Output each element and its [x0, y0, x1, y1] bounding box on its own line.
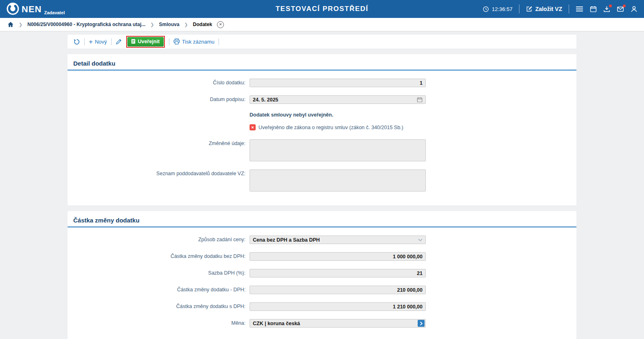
edit-record-button[interactable]	[116, 38, 122, 45]
form-row-castka-bez-dph: Částka změny dodatku bez DPH: 1 000 000,…	[68, 252, 576, 261]
breadcrumb-chevron-icon: ❯	[150, 22, 154, 27]
form-row-mena: Měna: CZK | koruna česká	[68, 319, 576, 328]
user-icon	[631, 6, 637, 13]
sazba-dph-field[interactable]: 21	[250, 269, 426, 277]
time-value: 12:36:57	[492, 6, 513, 12]
publish-icon	[131, 39, 136, 44]
logo-text: NEN	[22, 5, 42, 14]
castka-zmeny-form: Způsob zadání ceny: Cena bez DPH a Sazba…	[68, 227, 576, 339]
breadcrumb-chevron-icon: ❯	[184, 22, 188, 27]
edit-icon	[526, 6, 532, 12]
calendar-icon	[590, 6, 597, 13]
refresh-icon	[73, 38, 80, 45]
detail-dodatku-title: Detail dodatku	[68, 54, 576, 70]
plus-icon: +	[89, 38, 93, 45]
form-row-registr-smluv: ✕ Uveřejněno dle zákona o registru smluv…	[68, 124, 576, 130]
form-row-sazba-dph: Sazba DPH (%): 21	[68, 269, 576, 277]
form-row-seznam-poddodavatelu: Seznam poddodavatelů dodavatele VZ:	[68, 170, 576, 192]
hamburger-menu-icon	[576, 6, 583, 12]
castka-bez-dph-value: 1 000 000,00	[393, 254, 423, 260]
toolbar-separator	[219, 38, 219, 45]
breadcrumb-chevron-icon: ❯	[19, 22, 22, 27]
castka-dph-label: Částka změny dodatku - DPH:	[68, 286, 250, 294]
cislo-dodatku-field[interactable]: 1	[250, 79, 426, 87]
form-row-castka-dph: Částka změny dodatku - DPH: 210 000,00	[68, 286, 576, 294]
new-button[interactable]: + Nový	[89, 38, 107, 45]
sazba-dph-label: Sazba DPH (%):	[68, 269, 250, 277]
datum-podpisu-field[interactable]: 24. 5. 2025	[250, 95, 426, 104]
messages-button[interactable]	[617, 6, 624, 13]
arrow-right-icon	[420, 321, 423, 326]
publish-button-highlight: Uveřejnit	[126, 36, 165, 48]
mena-field[interactable]: CZK | koruna česká	[250, 319, 426, 328]
downloads-button[interactable]	[603, 6, 610, 13]
castka-s-dph-value: 1 210 000,00	[393, 304, 423, 310]
topbar-separator	[569, 4, 569, 13]
topbar-actions: 12:36:57 Založit VZ	[483, 4, 637, 13]
close-tab-icon[interactable]: ✕	[217, 21, 224, 28]
calendar-picker-icon[interactable]	[417, 97, 423, 103]
form-row-cislo-dodatku: Číslo dodatku: 1	[68, 79, 576, 87]
breadcrumb-item-smlouva[interactable]: Smlouva	[159, 22, 180, 27]
create-vz-button[interactable]: Založit VZ	[526, 6, 562, 12]
form-row-castka-s-dph: Částka změny dodatku s DPH: 1 210 000,00	[68, 302, 576, 311]
publish-button[interactable]: Uveřejnit	[127, 37, 164, 46]
main-content: + Nový Uveřejnit Tisk záznamu Detail dod…	[68, 35, 576, 339]
record-toolbar: + Nový Uveřejnit Tisk záznamu	[68, 35, 576, 48]
toolbar-separator	[84, 38, 85, 45]
zmenene-udaje-textarea[interactable]	[250, 139, 426, 161]
castka-dph-field[interactable]: 210 000,00	[250, 286, 426, 294]
nen-logo[interactable]: NEN Zadavatel	[7, 2, 65, 16]
publish-status-notice: Dodatek smlouvy nebyl uveřejněn.	[250, 112, 333, 118]
detail-dodatku-form: Číslo dodatku: 1 Datum podpisu: 24. 5. 2…	[68, 70, 576, 205]
castka-zmeny-panel: Částka změny dodatku Způsob zadání ceny:…	[68, 211, 576, 339]
castka-bez-dph-field[interactable]: 1 000 000,00	[250, 252, 426, 261]
toolbar-separator	[169, 38, 169, 45]
breadcrumb-item-procurement[interactable]: N006/25/V00004960 - Kryptografická ochra…	[27, 22, 145, 27]
seznam-poddodavatelu-textarea[interactable]	[250, 170, 426, 192]
print-button-label: Tisk záznamu	[182, 39, 215, 45]
create-vz-label: Založit VZ	[535, 6, 562, 12]
registr-smluv-checkbox[interactable]: ✕ Uveřejněno dle zákona o registru smluv…	[250, 124, 403, 130]
clock-icon	[483, 6, 489, 12]
mena-lookup-button[interactable]	[418, 320, 425, 327]
home-icon[interactable]	[7, 21, 14, 28]
castka-s-dph-field[interactable]: 1 210 000,00	[250, 302, 426, 311]
logo-subtitle: Zadavatel	[44, 10, 65, 15]
cislo-dodatku-label: Číslo dodatku:	[68, 79, 250, 87]
mena-label: Měna:	[68, 319, 250, 328]
notice-spacer	[68, 112, 250, 118]
castka-bez-dph-label: Částka změny dodatku bez DPH:	[68, 252, 250, 261]
nen-logo-icon	[7, 2, 19, 15]
history-refresh-button[interactable]	[73, 38, 80, 45]
user-profile-button[interactable]	[631, 6, 637, 13]
mena-value: CZK | koruna česká	[253, 321, 300, 326]
breadcrumb: ❯ N006/25/V00004960 - Kryptografická och…	[0, 18, 644, 31]
topbar-separator	[519, 4, 519, 13]
zpusob-zadani-value: Cena bez DPH a Sazba DPH	[253, 237, 320, 243]
zpusob-zadani-label: Způsob zadání ceny:	[68, 236, 250, 244]
detail-dodatku-panel: Detail dodatku Číslo dodatku: 1 Datum po…	[68, 54, 576, 205]
publish-button-label: Uveřejnit	[138, 39, 160, 44]
print-record-button[interactable]: Tisk záznamu	[173, 38, 215, 45]
messages-badge	[623, 4, 626, 7]
zmenene-udaje-label: Změněné údaje:	[68, 139, 250, 148]
form-row-zmenene-udaje: Změněné údaje:	[68, 139, 576, 161]
server-time: 12:36:57	[483, 6, 513, 12]
castka-zmeny-title: Částka změny dodatku	[68, 211, 576, 227]
cislo-dodatku-value: 1	[420, 80, 423, 86]
form-row-zpusob-zadani: Způsob zadání ceny: Cena bez DPH a Sazba…	[68, 236, 576, 244]
castka-dph-value: 210 000,00	[397, 287, 423, 293]
form-row-notice: Dodatek smlouvy nebyl uveřejněn.	[68, 112, 576, 118]
red-x-icon: ✕	[250, 124, 256, 130]
breadcrumb-item-dodatek: Dodatek	[193, 22, 212, 27]
form-row-datum-podpisu: Datum podpisu: 24. 5. 2025	[68, 95, 576, 104]
datum-podpisu-label: Datum podpisu:	[68, 95, 250, 104]
calendar-button[interactable]	[590, 6, 597, 13]
menu-button[interactable]	[576, 6, 583, 12]
zpusob-zadani-select[interactable]: Cena bez DPH a Sazba DPH	[250, 236, 426, 244]
printer-icon	[173, 38, 180, 45]
topbar: NEN Zadavatel TESTOVACÍ PROSTŘEDÍ 12:36:…	[0, 0, 644, 18]
castka-s-dph-label: Částka změny dodatku s DPH:	[68, 302, 250, 311]
datum-podpisu-value: 24. 5. 2025	[253, 97, 278, 103]
